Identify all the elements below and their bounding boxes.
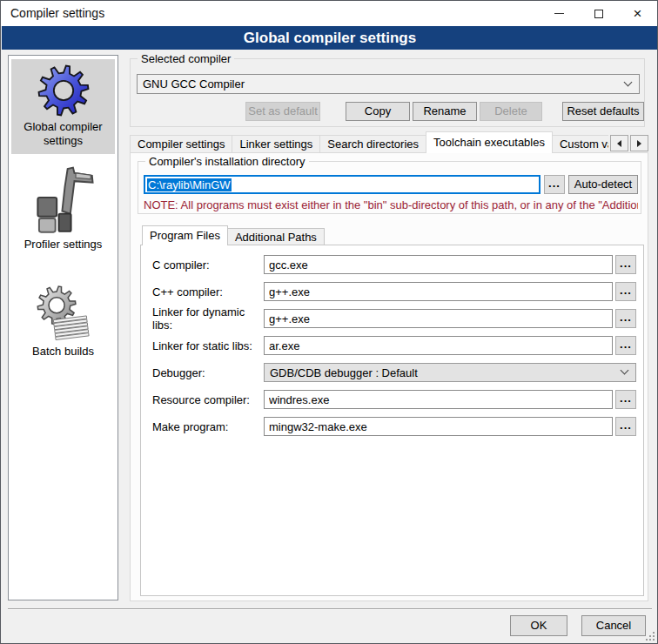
tab-linker-settings[interactable]: Linker settings	[232, 135, 320, 153]
paper-stack	[53, 316, 89, 340]
resource-compiler-row: Resource compiler: ...	[152, 390, 634, 409]
make-program-row: Make program: ...	[152, 417, 634, 436]
reset-defaults-button[interactable]: Reset defaults	[562, 102, 644, 121]
maximize-icon	[594, 10, 603, 18]
maximize-button[interactable]	[579, 1, 618, 26]
selected-path-text: C:\raylib\MinGW	[147, 178, 232, 191]
tab-scroll-left-button[interactable]	[610, 135, 628, 151]
chevron-down-icon	[621, 366, 629, 375]
debugger-row: Debugger: GDB/CDB debugger : Default	[152, 363, 634, 382]
field-label: Debugger:	[152, 366, 264, 379]
tab-compiler-settings[interactable]: Compiler settings	[130, 135, 232, 153]
selected-compiler-group: Selected compiler GNU GCC Compiler Set a…	[130, 58, 645, 127]
copy-button[interactable]: Copy	[346, 102, 410, 121]
browse-button[interactable]: ...	[615, 309, 636, 328]
settings-sidebar: Global compiler settings Profiler settin…	[8, 55, 118, 600]
set-as-default-button[interactable]: Set as default	[245, 102, 320, 121]
chevron-down-icon	[624, 77, 633, 86]
dynamic-linker-input[interactable]	[264, 309, 613, 328]
browse-button[interactable]: ...	[615, 390, 636, 409]
group-legend: Compiler's installation directory	[145, 155, 309, 168]
settings-tabstrip: Compiler settingsLinker settingsSearch d…	[130, 131, 648, 153]
toolchain-executables-page: Compiler's installation directory C:\ray…	[130, 152, 648, 601]
sidebar-item-label: Global compiler settings	[13, 120, 113, 148]
page-title: Global compiler settings	[2, 26, 658, 50]
window-title: Compiler settings	[10, 1, 104, 26]
minimize-icon	[554, 13, 564, 14]
tab-search-directories[interactable]: Search directories	[319, 135, 426, 153]
delete-button[interactable]: Delete	[480, 102, 542, 121]
subtab-additional-paths[interactable]: Additional Paths	[227, 228, 325, 245]
browse-button[interactable]: ...	[615, 336, 636, 355]
field-label: C compiler:	[152, 258, 264, 272]
c-compiler-row: C compiler: ...	[152, 255, 634, 274]
field-label: Linker for static libs:	[152, 339, 264, 352]
tab-toolchain-executables[interactable]: Toolchain executables	[426, 131, 553, 153]
compiler-settings-dialog: Compiler settings × Global compiler sett…	[0, 0, 658, 644]
profiler-icon	[30, 165, 97, 235]
subtab-program-files[interactable]: Program Files	[142, 225, 228, 245]
bin-subdirectory-note: NOTE: All programs must exist either in …	[144, 198, 638, 211]
field-label: C++ compiler:	[152, 285, 264, 299]
ok-button[interactable]: OK	[510, 615, 567, 636]
cpp-compiler-row: C++ compiler: ...	[152, 282, 634, 301]
sidebar-item-label: Profiler settings	[13, 238, 113, 252]
titlebar[interactable]: Compiler settings ×	[1, 1, 657, 26]
cancel-button[interactable]: Cancel	[581, 615, 646, 636]
rename-button[interactable]: Rename	[413, 102, 477, 121]
tab-scroll-right-button[interactable]	[630, 135, 648, 151]
field-label: Linker for dynamic libs:	[152, 305, 264, 332]
group-legend: Selected compiler	[138, 52, 234, 65]
compiler-select[interactable]: GNU GCC Compiler	[137, 74, 640, 94]
static-linker-row: Linker for static libs: ...	[152, 336, 634, 355]
browse-directory-button[interactable]: ...	[544, 175, 565, 194]
program-files-subtabs: Program FilesAdditional Paths	[142, 225, 324, 245]
sidebar-item-label: Batch builds	[13, 345, 113, 359]
installation-directory-input[interactable]: C:\raylib\MinGW	[144, 175, 540, 194]
tabs-scroller: Compiler settingsLinker settingsSearch d…	[130, 131, 608, 153]
browse-button[interactable]: ...	[615, 282, 636, 301]
field-label: Make program:	[152, 420, 264, 433]
dynamic-linker-row: Linker for dynamic libs: ...	[152, 309, 634, 328]
sidebar-item-profiler-settings[interactable]: Profiler settings	[11, 161, 115, 258]
browse-button[interactable]: ...	[615, 417, 636, 436]
field-label: Resource compiler:	[152, 393, 264, 406]
close-button[interactable]: ×	[618, 1, 657, 26]
right-triangle-icon	[637, 140, 641, 147]
blue-gear-icon	[37, 64, 91, 117]
batch-builds-icon	[33, 285, 94, 342]
static-linker-input[interactable]	[264, 336, 613, 355]
debugger-select-value: GDB/CDB debugger : Default	[270, 366, 418, 379]
c-compiler-input[interactable]	[264, 255, 613, 274]
auto-detect-button[interactable]: Auto-detect	[568, 175, 638, 194]
minimize-button[interactable]	[540, 1, 579, 26]
sidebar-item-batch-builds[interactable]: Batch builds	[11, 280, 115, 365]
compiler-select-value: GNU GCC Compiler	[143, 77, 245, 91]
left-triangle-icon	[617, 140, 621, 147]
cpp-compiler-input[interactable]	[264, 282, 613, 301]
debugger-select[interactable]: GDB/CDB debugger : Default	[264, 363, 636, 382]
resource-compiler-input[interactable]	[264, 390, 613, 409]
make-program-input[interactable]	[264, 417, 613, 436]
resize-grip-icon[interactable]	[646, 632, 655, 641]
footer-divider	[8, 608, 652, 610]
program-files-panel: C compiler: ... C++ compiler: ... Linker…	[140, 245, 644, 596]
sidebar-item-global-compiler-settings[interactable]: Global compiler settings	[11, 59, 115, 154]
tab-custom-variables[interactable]: Custom variables	[552, 135, 608, 153]
browse-button[interactable]: ...	[615, 255, 636, 274]
close-icon: ×	[634, 6, 642, 21]
window-controls: ×	[540, 1, 657, 26]
installation-directory-group: Compiler's installation directory C:\ray…	[138, 161, 641, 214]
